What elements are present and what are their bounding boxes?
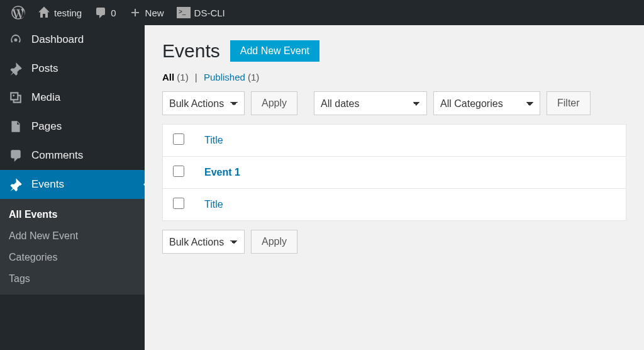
row-title-cell: Event 1 (194, 157, 626, 189)
sidebar-item-label: Comments (31, 149, 83, 162)
dashboard-icon (9, 33, 23, 47)
plus-icon (129, 6, 142, 19)
pin-icon (9, 62, 23, 76)
tablenav-bottom: Bulk Actions Apply (162, 230, 626, 254)
svg-point-2 (13, 94, 14, 96)
filter-separator: | (191, 72, 201, 82)
date-filter-select[interactable]: All dates (314, 91, 427, 115)
dscli-link[interactable]: >_ DS-CLI (170, 7, 231, 18)
select-all-checkbox-top[interactable] (173, 133, 184, 145)
sidebar-item-label: Pages (31, 120, 62, 133)
page-icon (9, 120, 23, 133)
sidebar-item-label: Posts (31, 62, 58, 75)
sidebar-item-comments[interactable]: Comments (0, 141, 145, 170)
sidebar-item-label: Media (31, 91, 60, 104)
page-title: Events (162, 40, 220, 62)
select-all-header (163, 125, 195, 157)
site-name: testing (54, 8, 82, 18)
comment-icon (94, 6, 107, 19)
row-select-cell (163, 157, 195, 189)
sidebar-item-pages[interactable]: Pages (0, 112, 145, 141)
pin-icon (9, 178, 23, 191)
status-filter-links: All (1) | Published (1) (162, 72, 626, 82)
comments-link[interactable]: 0 (88, 6, 122, 19)
media-icon (9, 91, 23, 104)
submenu-categories[interactable]: Categories (0, 247, 145, 268)
submenu-tags[interactable]: Tags (0, 268, 145, 290)
sidebar-item-posts[interactable]: Posts (0, 54, 145, 83)
sidebar-item-events[interactable]: Events (0, 170, 145, 199)
column-title-footer[interactable]: Title (194, 189, 626, 221)
wp-logo[interactable] (5, 6, 31, 20)
new-link[interactable]: New (123, 6, 170, 19)
event-title-link[interactable]: Event 1 (204, 167, 240, 178)
submenu-all-events[interactable]: All Events (0, 204, 145, 225)
add-new-event-button[interactable]: Add New Event (230, 40, 319, 62)
sidebar-item-label: Events (31, 178, 64, 191)
svg-text:>_: >_ (179, 8, 186, 15)
comments-count: 0 (111, 8, 116, 18)
content-area: Events Add New Event All (1) | Published… (145, 25, 644, 350)
admin-sidebar: Dashboard Posts Media Pages Comments Eve… (0, 25, 145, 350)
submenu-add-new-event[interactable]: Add New Event (0, 225, 145, 247)
table-footer-row: Title (163, 189, 626, 221)
column-title-header[interactable]: Title (194, 125, 626, 157)
sidebar-item-media[interactable]: Media (0, 83, 145, 112)
bulk-actions-select-bottom[interactable]: Bulk Actions (162, 230, 245, 254)
comment-icon (9, 149, 23, 162)
bulk-actions-select[interactable]: Bulk Actions (162, 91, 245, 115)
home-icon (38, 6, 50, 19)
sidebar-submenu: All Events Add New Event Categories Tags (0, 199, 145, 295)
filter-published[interactable]: Published (1) (204, 72, 259, 82)
terminal-icon: >_ (177, 7, 191, 18)
select-all-checkbox-bottom[interactable] (173, 198, 184, 209)
filter-button[interactable]: Filter (547, 91, 591, 115)
filter-all[interactable]: All (1) (162, 72, 191, 82)
table-header-row: Title (163, 125, 626, 157)
apply-button-bottom[interactable]: Apply (251, 230, 297, 254)
wordpress-icon (11, 6, 25, 20)
category-filter-select[interactable]: All Categories (433, 91, 540, 115)
tablenav-top: Bulk Actions Apply All dates All Categor… (162, 91, 626, 115)
select-all-footer (163, 189, 195, 221)
events-table: Title Event 1 Title (162, 124, 626, 221)
site-link[interactable]: testing (31, 6, 88, 19)
sidebar-item-dashboard[interactable]: Dashboard (0, 25, 145, 54)
row-checkbox[interactable] (173, 166, 184, 177)
dscli-label: DS-CLI (194, 8, 225, 18)
page-header: Events Add New Event (162, 40, 626, 62)
apply-button-top[interactable]: Apply (251, 91, 297, 115)
new-label: New (145, 8, 164, 18)
sidebar-item-label: Dashboard (31, 33, 84, 46)
admin-bar: testing 0 New >_ DS-CLI (0, 0, 644, 25)
table-row: Event 1 (163, 157, 626, 189)
